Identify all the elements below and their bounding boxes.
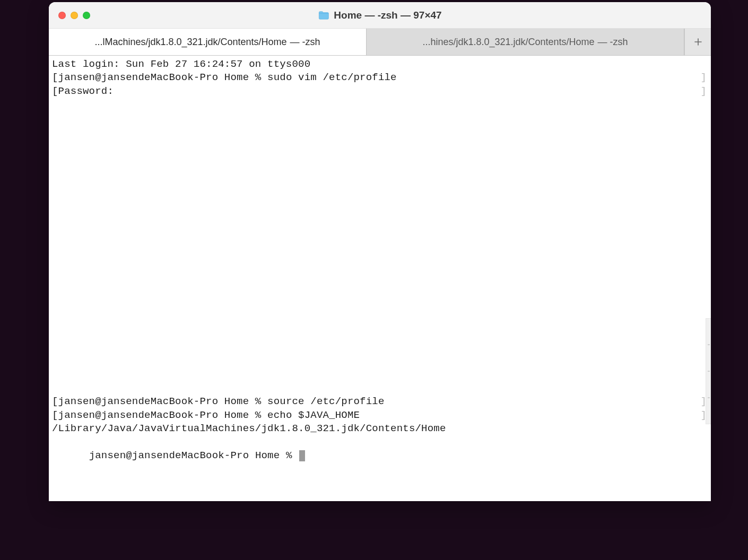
terminal-blank-area (52, 98, 708, 395)
current-prompt[interactable]: jansen@jansendeMacBook-Pro Home % (52, 435, 708, 476)
traffic-lights (49, 12, 90, 19)
prompt-text: jansen@jansendeMacBook-Pro Home % (89, 450, 298, 461)
bracket-open: [ (52, 71, 58, 84)
plus-icon (693, 37, 703, 47)
window-title: Home — -zsh — 97×47 (318, 10, 441, 21)
bracket-close: ] (700, 85, 708, 98)
folder-icon (318, 11, 329, 20)
terminal-content[interactable]: Last login: Sun Feb 27 16:24:57 on ttys0… (49, 56, 711, 501)
cursor-icon (299, 450, 305, 461)
prompt-line: [ jansen@jansendeMacBook-Pro Home % sour… (52, 395, 708, 408)
bracket-open: [ (52, 395, 58, 408)
prompt-text: jansen@jansendeMacBook-Pro Home % (58, 395, 267, 408)
bracket-open: [ (52, 85, 58, 98)
minimize-icon[interactable] (71, 12, 78, 19)
close-icon[interactable] (58, 12, 66, 19)
tab-0[interactable]: ...lMachines/jdk1.8.0_321.jdk/Contents/H… (49, 29, 367, 55)
prompt-line: [ jansen@jansendeMacBook-Pro Home % sudo… (52, 71, 708, 84)
prompt-text: jansen@jansendeMacBook-Pro Home % (58, 409, 267, 422)
tab-shell: — -zsh (598, 37, 628, 48)
tab-path: ...lMachines/jdk1.8.0_321.jdk/Contents/H… (94, 37, 286, 48)
terminal-window: Home — -zsh — 97×47 ...lMachines/jdk1.8.… (49, 2, 711, 501)
zoom-icon[interactable] (83, 12, 90, 19)
tab-1[interactable]: ...hines/jdk1.8.0_321.jdk/Contents/Home … (367, 29, 684, 55)
password-line: [ Password: ] (52, 85, 708, 98)
bracket-open: [ (52, 409, 58, 422)
command-output: /Library/Java/JavaVirtualMachines/jdk1.8… (52, 422, 708, 435)
bracket-close: ] (700, 71, 708, 84)
prompt-text: Password: (58, 85, 701, 98)
command-text: sudo vim /etc/profile (267, 71, 700, 84)
prompt-line: [ jansen@jansendeMacBook-Pro Home % echo… (52, 409, 708, 422)
last-login-line: Last login: Sun Feb 27 16:24:57 on ttys0… (52, 58, 708, 71)
tab-path: ...hines/jdk1.8.0_321.jdk/Contents/Home (422, 37, 594, 48)
prompt-text: jansen@jansendeMacBook-Pro Home % (58, 71, 267, 84)
titlebar[interactable]: Home — -zsh — 97×47 (49, 2, 711, 29)
command-text: echo $JAVA_HOME (267, 409, 700, 422)
scrollbar[interactable] (706, 318, 711, 424)
tab-bar: ...lMachines/jdk1.8.0_321.jdk/Contents/H… (49, 29, 711, 56)
new-tab-button[interactable] (684, 29, 711, 55)
window-title-text: Home — -zsh — 97×47 (334, 10, 441, 21)
command-text: source /etc/profile (267, 395, 700, 408)
tab-shell: — -zsh (290, 37, 320, 48)
